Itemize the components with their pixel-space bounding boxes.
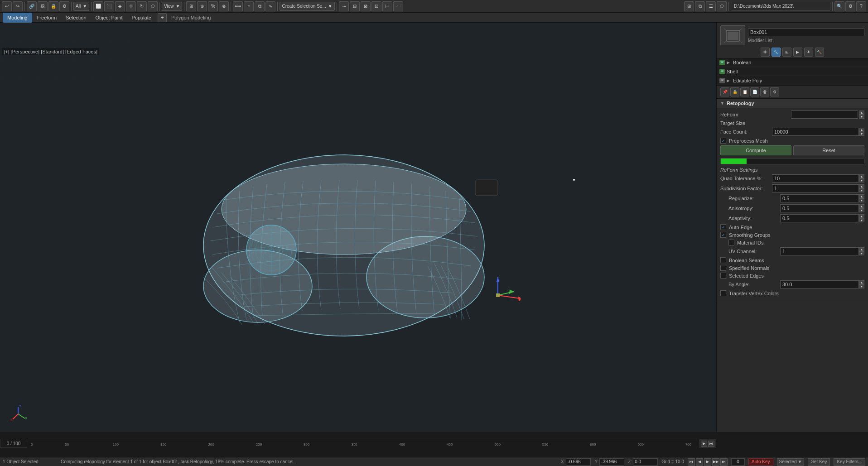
undo-button[interactable]: ↩ (2, 1, 12, 11)
boolean-seams-checkbox[interactable] (720, 257, 726, 263)
playback-next-button[interactable]: ▶▶ (712, 458, 719, 466)
retopology-section-header[interactable]: ▼ Retopology (717, 99, 868, 108)
select-object-button[interactable]: ⬜ (93, 1, 103, 11)
uv-channel-input[interactable] (780, 247, 859, 255)
regularize-up[interactable]: ▲ (859, 194, 864, 198)
viewport[interactable]: [+] [Perspective] [Standard] [Edged Face… (0, 23, 716, 432)
smoothing-groups-checkbox[interactable] (720, 232, 726, 238)
subdivision-factor-down[interactable]: ▼ (859, 188, 864, 192)
scale-button[interactable]: ⬡ (148, 1, 158, 11)
y-coord-input[interactable] (599, 458, 624, 466)
reform-dropdown[interactable] (791, 110, 858, 119)
by-angle-down[interactable]: ▼ (859, 284, 864, 288)
delete-button[interactable]: 🗑 (760, 87, 769, 96)
uv-channel-down[interactable]: ▼ (859, 251, 864, 255)
modifier-eye-shell[interactable]: 👁 (719, 69, 725, 74)
tool5-button[interactable]: ⊢ (382, 1, 392, 11)
tool4-button[interactable]: ⊡ (371, 1, 381, 11)
quad-tolerance-down[interactable]: ▼ (859, 178, 864, 183)
config-button[interactable]: ⚙ (770, 87, 779, 96)
scene-explorer-button[interactable]: ⊞ (684, 1, 694, 11)
rotate-button[interactable]: ↻ (137, 1, 147, 11)
modify-panel-icon[interactable]: 🔧 (772, 48, 781, 57)
adaptivity-down[interactable]: ▼ (859, 218, 864, 222)
select-lasso-button[interactable]: ◈ (115, 1, 125, 11)
bind-button[interactable]: 🔒 (48, 1, 58, 11)
menu-item-freeform[interactable]: Freeform (32, 13, 62, 23)
percent-snap-button[interactable]: % (208, 1, 218, 11)
angle-snap-button[interactable]: ⊕ (197, 1, 207, 11)
redo-button[interactable]: ↪ (13, 1, 23, 11)
hierarchy-panel-icon[interactable]: ⊞ (782, 48, 791, 57)
auto-key-button[interactable]: Auto Key (748, 458, 773, 466)
create-selection-dropdown[interactable]: Create Selection Se... ▼ (280, 2, 334, 11)
face-count-down[interactable]: ▼ (859, 132, 864, 136)
selection-filter-dropdown[interactable]: All ▼ (73, 2, 89, 11)
material-ids-checkbox[interactable] (728, 240, 734, 245)
by-angle-up[interactable]: ▲ (859, 280, 864, 284)
motion-panel-icon[interactable]: ▶ (793, 48, 802, 57)
subdivision-factor-up[interactable]: ▲ (859, 184, 864, 188)
select-region-button[interactable]: ⬛ (104, 1, 114, 11)
quad-tolerance-input[interactable] (772, 174, 859, 183)
anisotropy-up[interactable]: ▲ (859, 204, 864, 208)
modifier-item-editable-poly[interactable]: 👁 ▶ Editable Poly (717, 76, 868, 85)
transfer-vertex-colors-checkbox[interactable] (720, 290, 726, 296)
spinner-snap-button[interactable]: ⊗ (219, 1, 229, 11)
tool2-button[interactable]: ⊟ (350, 1, 360, 11)
key-filters-button[interactable]: Key Filters... (834, 458, 865, 466)
set-key-button[interactable]: Set Key (808, 458, 830, 466)
menu-item-selection[interactable]: Selection (61, 13, 91, 23)
tool6-button[interactable]: ⋯ (393, 1, 403, 11)
modifier-eye-boolean[interactable]: 👁 (719, 60, 725, 65)
pin-button[interactable]: 📌 (720, 87, 729, 96)
quad-tolerance-up[interactable]: ▲ (859, 174, 864, 178)
view-dropdown[interactable]: View ▼ (162, 2, 182, 11)
frame-input[interactable] (731, 458, 745, 466)
object-name-input[interactable] (748, 28, 864, 36)
x-coord-input[interactable] (566, 458, 591, 466)
settings-button[interactable]: ⚙ (845, 1, 855, 11)
face-count-up[interactable]: ▲ (859, 128, 864, 132)
snap-button[interactable]: ⊞ (186, 1, 196, 11)
ribbon-button[interactable]: ☰ (706, 1, 716, 11)
menu-item-modeling[interactable]: Modeling (3, 13, 32, 23)
utilities-panel-icon[interactable]: 🔨 (815, 48, 824, 57)
tool1-button[interactable]: ⊸ (339, 1, 349, 11)
display-panel-icon[interactable]: 👁 (804, 48, 813, 57)
regularize-down[interactable]: ▼ (859, 198, 864, 202)
playback-play-button[interactable]: ▶ (704, 458, 711, 466)
by-angle-input[interactable] (780, 280, 859, 288)
link-button[interactable]: 🔗 (27, 1, 37, 11)
unlink-button[interactable]: ⛓ (38, 1, 48, 11)
modifier-eye-editable-poly[interactable]: 👁 (719, 78, 725, 83)
face-count-input[interactable] (772, 128, 859, 136)
subdivision-factor-input[interactable] (772, 184, 859, 192)
layer-button[interactable]: ⧉ (695, 1, 705, 11)
anisotropy-down[interactable]: ▼ (859, 208, 864, 212)
specified-normals-checkbox[interactable] (720, 265, 726, 271)
selected-dropdown[interactable]: Selected ▼ (777, 458, 805, 466)
curve-editor-button[interactable]: ∿ (265, 1, 275, 11)
create-panel-icon[interactable]: ✚ (761, 48, 770, 57)
copy-button[interactable]: 📋 (740, 87, 749, 96)
modifier-item-shell[interactable]: 👁 Shell (717, 67, 868, 76)
view-menu-button[interactable]: ⬡ (717, 1, 727, 11)
reform-spinner-up[interactable]: ▲ (859, 110, 864, 115)
menu-item-object-paint[interactable]: Object Paint (91, 13, 127, 23)
z-coord-input[interactable] (633, 458, 658, 466)
reset-button[interactable]: Reset (793, 145, 864, 155)
auto-edge-checkbox[interactable] (720, 224, 726, 230)
regularize-input[interactable] (780, 194, 859, 202)
compute-button[interactable]: Compute (720, 145, 791, 155)
menu-item-populate[interactable]: Populate (127, 13, 155, 23)
timeline-next-button[interactable]: ▶ (701, 441, 707, 447)
lock-button[interactable]: 🔒 (730, 87, 739, 96)
hierarchy-button[interactable]: ⚙ (59, 1, 69, 11)
playback-end-button[interactable]: ⏭ (720, 458, 728, 466)
search-button[interactable]: 🔍 (834, 1, 844, 11)
timeline-track[interactable]: 0 50 100 150 200 250 300 350 400 450 500… (17, 439, 699, 448)
move-button[interactable]: ✛ (126, 1, 136, 11)
align-button[interactable]: ≡ (244, 1, 254, 11)
playback-start-button[interactable]: ⏮ (688, 458, 695, 466)
